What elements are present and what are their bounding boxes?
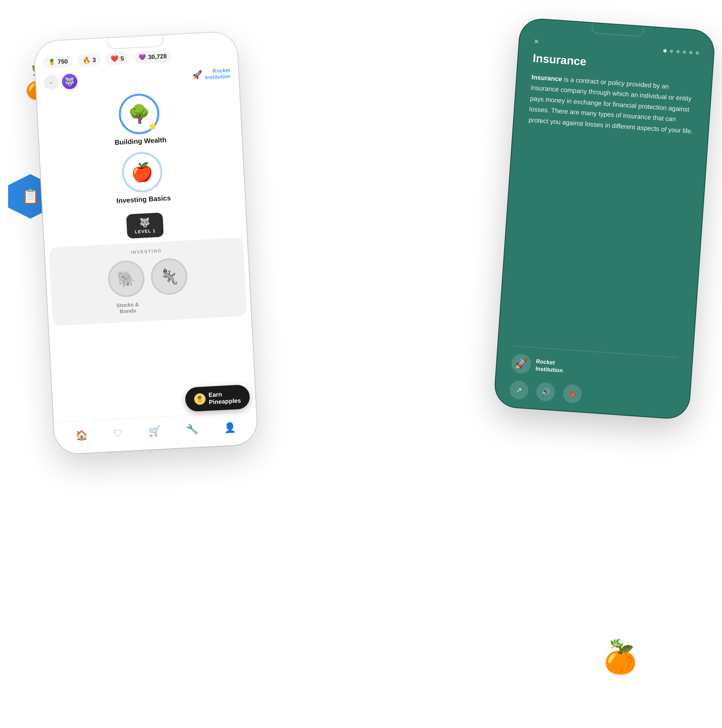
institution-badge: 🚀 RocketInstitution (192, 67, 231, 81)
heart-count: 5 (120, 55, 124, 62)
modules-row: 🐘 Stocks &Bonds 🦎 (56, 255, 240, 317)
pineapple-icon: 🍍 (48, 58, 56, 66)
back-button[interactable]: ← (44, 75, 59, 90)
earn-pineapples-label: EarnPineapples (208, 390, 241, 406)
investing-basics-title: Investing Basics (116, 194, 171, 205)
institution-name: RocketInstitution (205, 67, 231, 81)
stocks-bonds-label: Stocks &Bonds (116, 301, 139, 315)
phone-left: 🍍 750 🔥 3 ❤️ 5 💜 30,728 ← 🐺 🚀 (34, 32, 258, 455)
dot-3 (676, 50, 680, 53)
nav-profile-icon[interactable]: 👤 (224, 421, 236, 434)
share-icon: ↗ (516, 385, 522, 395)
bookmark-button[interactable]: 🔖 (562, 384, 582, 404)
investing-basics-circle: 🍎 ☆ (121, 151, 163, 194)
bookmark-icon: 🔖 (568, 389, 577, 398)
pineapple-stat: 🍍 750 (43, 55, 73, 68)
fire-stat: 🔥 3 (77, 53, 101, 67)
insurance-body-rest: is a contract or policy provided by an i… (528, 76, 693, 134)
building-wealth-circle: 🌳 ⭐ (118, 93, 160, 135)
scene: 🌿 🍊 📋 🏫 🌿 🍃 🍊 🍍 750 🔥 3 (0, 0, 722, 728)
ins-rocket-icon: 🚀 (511, 353, 532, 374)
building-wealth-course[interactable]: 🌳 ⭐ Building Wealth (37, 88, 242, 151)
audio-icon: 🔊 (541, 387, 550, 396)
insurance-body-bold: Insurance (531, 74, 562, 83)
star-badge-active: ⭐ (148, 121, 157, 131)
module-croc[interactable]: 🦎 (150, 258, 188, 296)
level-label: LEVEL 1 (135, 228, 156, 234)
wolf-avatar: 🐺 (62, 73, 78, 89)
earn-pineapples-button[interactable]: 🍍 EarnPineapples (185, 384, 250, 412)
nav-shield-icon[interactable]: 🛡 (113, 427, 123, 439)
rocket-icon: 🚀 (192, 70, 203, 80)
gem-count: 30,728 (148, 53, 167, 60)
level-block: 🐺 LEVEL 1 (126, 213, 164, 239)
audio-button[interactable]: 🔊 (536, 382, 555, 402)
gem-stat: 💜 30,728 (133, 50, 172, 64)
heart-stat: ❤️ 5 (105, 52, 129, 66)
ins-actions-row: ↗ 🔊 🔖 (509, 380, 675, 410)
heart-icon: ❤️ (110, 55, 119, 63)
level-wolf-icon: 🐺 (139, 217, 151, 228)
share-button[interactable]: ↗ (509, 380, 529, 400)
bottom-nav: 🏠 🛡 🛒 🔧 👤 (54, 411, 258, 454)
pineapple-count: 750 (58, 57, 68, 65)
dot-1 (663, 49, 667, 53)
close-button[interactable]: × (534, 37, 539, 47)
pagination-dots (663, 49, 699, 55)
star-badge-inactive: ☆ (154, 180, 160, 189)
ins-institution-row: 🚀 RocketInstitution (511, 353, 677, 384)
insurance-footer: 🚀 RocketInstitution ↗ 🔊 🔖 (509, 346, 677, 410)
nav-home-icon[interactable]: 🏠 (75, 429, 88, 441)
building-wealth-title: Building Wealth (114, 136, 167, 147)
ins-institution-name: RocketInstitution (535, 358, 564, 374)
phone-right: × Insurance Insurance is a contract or p… (494, 18, 715, 419)
module-elephant[interactable]: 🐘 (107, 260, 145, 298)
dot-5 (689, 51, 693, 54)
dot-4 (683, 50, 686, 54)
dot-6 (696, 51, 699, 55)
deco-pineapple-orange-bottom: 🍃 🍊 (604, 638, 637, 675)
gem-icon: 💜 (138, 53, 146, 61)
fire-icon: 🔥 (82, 56, 91, 64)
investing-section: INVESTING 🐘 Stocks &Bonds 🦎 (49, 237, 247, 326)
nav-cart-icon[interactable]: 🛒 (148, 425, 161, 437)
dot-2 (670, 49, 673, 53)
investing-basics-course[interactable]: 🍎 ☆ Investing Basics (40, 147, 245, 209)
nav-wrench-icon[interactable]: 🔧 (186, 423, 199, 435)
insurance-body: Insurance is a contract or policy provid… (513, 72, 697, 358)
fire-count: 3 (92, 56, 96, 63)
insurance-screen: × Insurance Insurance is a contract or p… (494, 18, 715, 419)
earn-pineapple-icon: 🍍 (194, 393, 205, 405)
